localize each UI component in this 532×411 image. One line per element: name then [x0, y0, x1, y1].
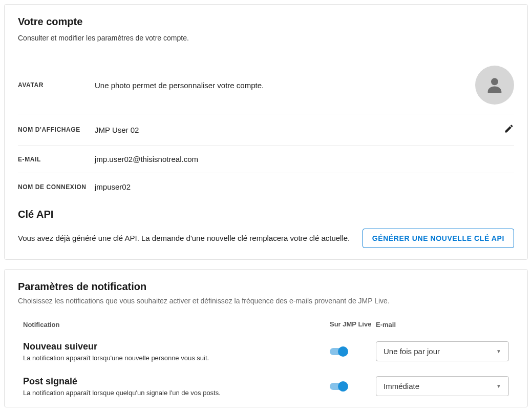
notification-row-new-follower: Nouveau suiveur La notification apparaît…	[18, 334, 514, 369]
login-name-label: NOM DE CONNEXION	[18, 183, 95, 191]
login-name-value: jmpuser02	[95, 182, 514, 191]
notifications-subtitle: Choisissez les notifications que vous so…	[18, 297, 514, 305]
chevron-down-icon: ▼	[496, 383, 501, 389]
pencil-icon	[504, 124, 514, 134]
display-name-row: NOM D'AFFICHAGE JMP User 02	[18, 114, 514, 146]
display-name-value: JMP User 02	[95, 126, 504, 134]
notification-info: Post signalé La notification apparaît lo…	[23, 376, 330, 397]
notifications-table-header: Notification Sur JMP Live E-mail	[18, 317, 514, 334]
jmp-live-toggle[interactable]	[330, 348, 346, 355]
header-jmp-live: Sur JMP Live	[330, 320, 376, 329]
toggle-wrap	[330, 348, 376, 355]
email-label: E-MAIL	[18, 156, 95, 163]
header-notification: Notification	[23, 321, 330, 328]
avatar-row: AVATAR Une photo permet de personnaliser…	[18, 56, 514, 114]
avatar[interactable]	[475, 66, 514, 105]
email-frequency-select[interactable]: Immédiate ▼	[376, 376, 509, 396]
notifications-card: Paramètres de notification Choisissez le…	[4, 269, 528, 407]
generate-api-key-button[interactable]: GÉNÉRER UNE NOUVELLE CLÉ API	[363, 229, 514, 248]
toggle-knob	[338, 346, 348, 357]
notification-name: Nouveau suiveur	[23, 341, 330, 352]
email-value: jmp.user02@thisisnotreal.com	[95, 155, 514, 163]
account-subtitle: Consulter et modifier les paramètres de …	[18, 34, 514, 42]
api-key-row: Vous avez déjà généré une clé API. La de…	[18, 229, 514, 248]
email-frequency-value: Une fois par jour	[384, 347, 440, 356]
account-card: Votre compte Consulter et modifier les p…	[4, 4, 528, 260]
toggle-wrap	[330, 383, 376, 390]
display-name-label: NOM D'AFFICHAGE	[18, 126, 95, 133]
email-frequency-select[interactable]: Une fois par jour ▼	[376, 341, 509, 361]
select-wrap: Immédiate ▼	[376, 376, 514, 396]
edit-display-name-button[interactable]	[504, 124, 514, 136]
user-icon	[484, 75, 505, 95]
notification-description: La notification apparaît lorsque quelqu'…	[23, 389, 330, 397]
notification-description: La notification apparaît lorsqu'une nouv…	[23, 354, 330, 362]
chevron-down-icon: ▼	[496, 348, 501, 354]
notification-name: Post signalé	[23, 376, 330, 387]
email-row: E-MAIL jmp.user02@thisisnotreal.com	[18, 146, 514, 173]
api-key-section: Clé API Vous avez déjà généré une clé AP…	[18, 209, 514, 248]
notification-row-post-flagged: Post signalé La notification apparaît lo…	[18, 369, 514, 404]
toggle-knob	[338, 381, 348, 392]
account-title: Votre compte	[18, 16, 514, 28]
jmp-live-toggle[interactable]	[330, 383, 346, 390]
login-name-row: NOM DE CONNEXION jmpuser02	[18, 173, 514, 200]
notification-info: Nouveau suiveur La notification apparaît…	[23, 341, 330, 362]
email-frequency-value: Immédiate	[384, 382, 419, 391]
avatar-label: AVATAR	[18, 81, 95, 89]
avatar-description: Une photo permet de personnaliser votre …	[95, 81, 475, 90]
select-wrap: Une fois par jour ▼	[376, 341, 514, 361]
svg-point-0	[491, 78, 498, 85]
api-key-title: Clé API	[18, 209, 514, 220]
notifications-title: Paramètres de notification	[18, 281, 514, 293]
header-email: E-mail	[376, 321, 514, 328]
api-key-description: Vous avez déjà généré une clé API. La de…	[18, 233, 350, 244]
